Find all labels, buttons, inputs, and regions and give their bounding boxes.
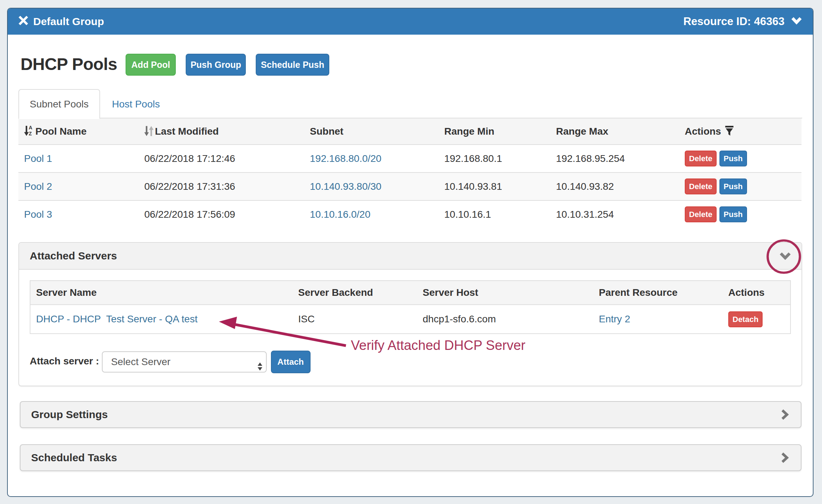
svg-text:A: A: [29, 125, 32, 130]
svg-text:Z: Z: [29, 131, 32, 136]
